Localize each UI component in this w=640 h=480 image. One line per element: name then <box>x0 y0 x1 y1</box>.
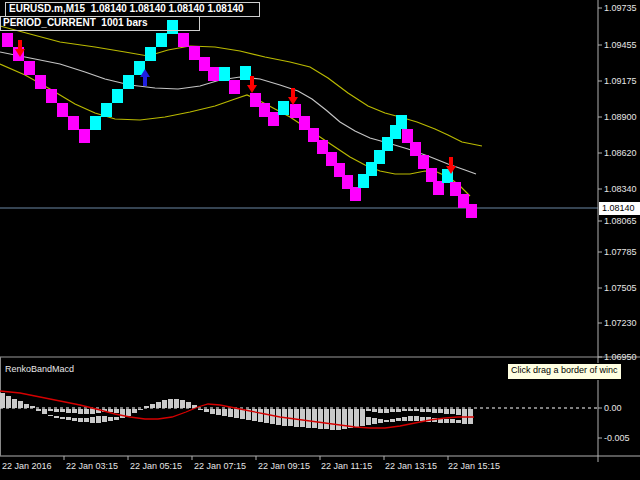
macd-histogram-overlay <box>378 413 383 419</box>
price-axis-label: 1.08340 <box>604 184 637 194</box>
macd-histogram-bar <box>306 409 311 428</box>
renko-brick <box>68 116 79 130</box>
renko-brick <box>90 116 101 130</box>
macd-histogram-bar <box>180 400 185 408</box>
renko-brick <box>219 67 230 81</box>
renko-brick <box>358 174 369 188</box>
renko-brick <box>240 66 251 80</box>
renko-brick <box>123 75 134 89</box>
macd-histogram-bar <box>234 409 239 418</box>
price-axis-label: 1.07505 <box>604 283 637 293</box>
macd-histogram-bar <box>312 409 317 428</box>
macd-histogram-bar <box>42 409 47 414</box>
macd-histogram-bar <box>132 409 137 413</box>
renko-brick <box>35 75 46 89</box>
macd-histogram-overlay <box>426 412 431 417</box>
macd-histogram-bar <box>360 409 365 426</box>
renko-brick <box>290 104 301 118</box>
renko-brick <box>57 103 68 117</box>
macd-histogram-bar <box>0 393 5 408</box>
time-axis-label: 22 Jan 13:15 <box>385 461 437 471</box>
sell-arrow-icon <box>288 97 298 105</box>
macd-histogram-overlay <box>432 413 437 418</box>
indicator-axis-label: 0.00 <box>604 403 622 413</box>
renko-brick <box>418 155 429 169</box>
price-axis-label: 1.08900 <box>604 112 637 122</box>
renko-brick <box>382 137 393 151</box>
mt4-chart-window: EURUSD.m,M15 1.08140 1.08140 1.08140 1.0… <box>0 0 640 480</box>
macd-histogram-bar <box>144 406 149 408</box>
renko-brick <box>334 163 345 177</box>
renko-brick <box>342 175 353 189</box>
macd-histogram-bar <box>216 409 221 415</box>
price-axis-label: 1.07785 <box>604 247 637 257</box>
macd-histogram-bar <box>318 409 323 429</box>
macd-histogram-bar <box>36 409 41 411</box>
macd-histogram-bar <box>354 409 359 427</box>
chart-canvas[interactable] <box>0 0 640 480</box>
indicator-axis-label: -0.005 <box>604 433 630 443</box>
macd-histogram-overlay <box>84 414 89 418</box>
renko-brick <box>178 33 189 47</box>
renko-brick <box>350 187 361 201</box>
price-axis-label: 1.09455 <box>604 40 637 50</box>
current-price-box: 1.08140 <box>599 202 640 215</box>
renko-brick <box>112 89 123 103</box>
macd-histogram-overlay <box>420 412 425 417</box>
chart-title: EURUSD.m,M15 1.08140 1.08140 1.08140 1.0… <box>9 3 244 14</box>
macd-histogram-bar <box>126 409 131 416</box>
price-axis-label: 1.09175 <box>604 76 637 86</box>
period-label: PERIOD_CURRENT 1001 bars <box>3 17 148 28</box>
renko-brick <box>374 150 385 164</box>
macd-histogram-overlay <box>90 414 95 417</box>
price-axis-label: 1.08065 <box>604 216 637 226</box>
macd-histogram-bar <box>228 409 233 417</box>
time-axis-label: 22 Jan 11:15 <box>321 461 372 471</box>
renko-brick <box>156 33 167 47</box>
macd-histogram-bar <box>30 406 35 408</box>
macd-histogram-bar <box>120 409 125 418</box>
time-axis-label: 22 Jan 07:15 <box>194 461 246 471</box>
renko-brick <box>101 103 112 117</box>
time-axis-label: 22 Jan 2016 <box>2 461 52 471</box>
macd-histogram-overlay <box>366 411 371 417</box>
macd-histogram-bar <box>150 404 155 408</box>
macd-histogram-bar <box>24 404 29 408</box>
macd-histogram-overlay <box>96 413 101 416</box>
macd-histogram-overlay <box>390 412 395 419</box>
macd-histogram-bar <box>174 399 179 408</box>
renko-brick <box>433 181 444 195</box>
macd-histogram-overlay <box>414 411 419 416</box>
renko-brick <box>308 128 319 142</box>
middle-ma-line <box>0 52 476 174</box>
time-axis-label: 22 Jan 15:15 <box>448 461 500 471</box>
macd-histogram-overlay <box>54 412 59 416</box>
renko-brick <box>402 129 413 143</box>
macd-histogram-overlay <box>396 412 401 418</box>
macd-histogram-bar <box>252 409 257 421</box>
renko-brick <box>410 142 421 156</box>
renko-brick <box>268 112 279 126</box>
renko-brick <box>278 101 289 115</box>
renko-brick <box>79 129 90 143</box>
renko-brick <box>366 162 377 176</box>
macd-histogram-overlay <box>72 413 77 418</box>
macd-histogram-overlay <box>78 414 83 418</box>
macd-histogram-bar <box>336 409 341 430</box>
price-axis-label: 1.07230 <box>604 318 637 328</box>
macd-histogram-bar <box>222 409 227 416</box>
macd-histogram-bar <box>18 401 23 408</box>
macd-histogram-bar <box>168 399 173 408</box>
renko-brick <box>208 67 219 81</box>
macd-histogram-bar <box>186 402 191 408</box>
window-border-tooltip: Click drag a border of winc <box>507 363 622 380</box>
renko-brick <box>426 168 437 182</box>
renko-brick <box>466 204 477 218</box>
renko-brick <box>396 115 407 129</box>
macd-histogram-overlay <box>48 411 53 415</box>
macd-histogram-bar <box>288 409 293 426</box>
macd-histogram-overlay <box>438 413 443 418</box>
indicator-name: RenkoBandMacd <box>5 364 74 374</box>
macd-histogram-bar <box>300 409 305 427</box>
macd-histogram-overlay <box>372 412 377 418</box>
